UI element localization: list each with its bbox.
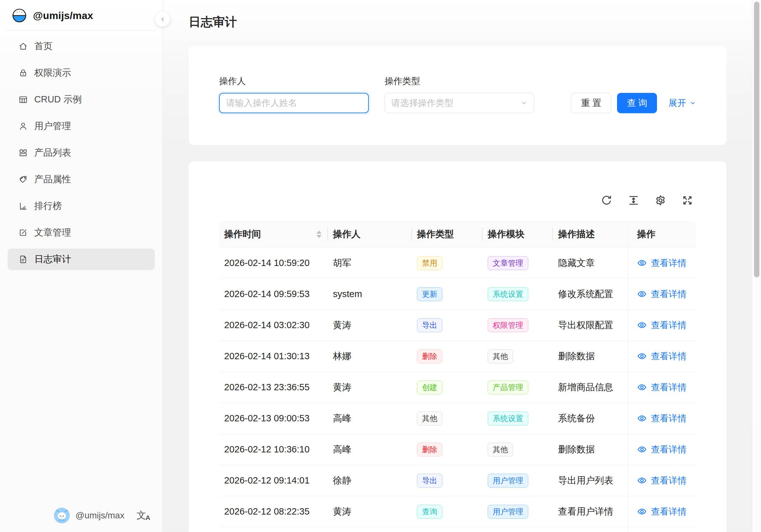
module-tag: 其他: [488, 349, 513, 363]
view-detail-link[interactable]: 查看详情: [637, 319, 686, 331]
sidebar-item-label: 产品属性: [34, 173, 71, 186]
column-header-type: 操作类型: [412, 221, 483, 247]
view-detail-link[interactable]: 查看详情: [637, 506, 686, 518]
operation-type-select[interactable]: 请选择操作类型: [384, 93, 534, 113]
scrollbar-track: [752, 0, 761, 532]
eye-icon: [637, 506, 647, 516]
chevron-down-icon: [521, 99, 528, 106]
sidebar-item-user-management[interactable]: 用户管理: [8, 115, 155, 137]
sidebar-item-log-audit[interactable]: 日志审计: [8, 249, 155, 270]
operation-type-tag: 查询: [417, 505, 442, 519]
operation-type-tag: 更新: [417, 287, 442, 301]
product-icon: [18, 148, 28, 157]
cell-user: 高峰: [328, 434, 412, 465]
view-detail-link[interactable]: 查看详情: [637, 443, 686, 455]
view-detail-link[interactable]: 查看详情: [637, 288, 686, 300]
density-button[interactable]: [627, 194, 640, 207]
cell-user: 胡军: [328, 248, 412, 278]
sidebar-item-product-attrs[interactable]: 产品属性: [8, 169, 155, 190]
eye-icon: [637, 258, 647, 268]
language-switch-button[interactable]: 文A: [137, 510, 150, 521]
module-tag: 系统设置: [488, 287, 528, 301]
column-header-desc: 操作描述: [553, 221, 628, 247]
column-sorter[interactable]: [317, 230, 322, 238]
sidebar-item-label: 产品列表: [34, 147, 71, 159]
operator-label: 操作人: [219, 75, 369, 87]
reset-button[interactable]: 重 置: [571, 93, 611, 113]
module-tag: 产品管理: [488, 381, 528, 394]
operator-input[interactable]: [219, 93, 369, 113]
home-icon: [18, 41, 28, 51]
sidebar-item-crud-example[interactable]: CRUD 示例: [8, 89, 155, 110]
cell-desc: 系统备份: [553, 403, 628, 434]
main-content: 日志审计 操作人 操作类型 请选择操作类型 重 置 查 询: [163, 0, 761, 532]
table-body: 2026-02-14 10:59:20 胡军 禁用 文章管理 隐藏文章 查看详情…: [219, 248, 696, 532]
table-header-row: 操作时间 操作人 操作类型 操作模块 操作描述 操作: [219, 221, 696, 248]
sidebar-item-product-list[interactable]: 产品列表: [8, 142, 155, 164]
sidebar-item-label: 排行榜: [34, 200, 62, 212]
sidebar-footer: @umijs/max 文A: [8, 505, 155, 526]
cell-time: 2026-02-14 10:59:20: [219, 248, 328, 278]
filter-actions: 重 置 查 询 展开: [571, 93, 696, 113]
sidebar-item-permission-demo[interactable]: 权限演示: [8, 62, 155, 84]
view-detail-link[interactable]: 查看详情: [637, 382, 686, 393]
column-header-user: 操作人: [328, 221, 412, 247]
eye-icon: [637, 289, 647, 299]
sort-caret-up-icon: [317, 230, 322, 234]
operation-type-tag: 创建: [417, 381, 442, 394]
cell-desc: 隐藏文章: [553, 248, 628, 278]
module-tag: 用户管理: [488, 474, 528, 488]
settings-button[interactable]: [655, 194, 667, 207]
file-text-icon: [18, 255, 28, 264]
operation-type-tag: 删除: [417, 443, 442, 456]
operator-field: 操作人: [219, 75, 369, 113]
cell-time: 2026-02-13 23:36:55: [219, 372, 328, 403]
edit-icon: [18, 228, 28, 237]
sidebar: @umijs/max 首页 权限演示 CRUD 示例 用户管理: [0, 0, 163, 532]
page-title: 日志审计: [189, 14, 727, 30]
sidebar-item-ranking[interactable]: 排行榜: [8, 195, 155, 217]
operation-type-field: 操作类型 请选择操作类型: [384, 75, 534, 113]
cell-desc: 导出用户列表: [553, 465, 628, 496]
operation-type-tag: 导出: [417, 318, 442, 332]
filter-card: 操作人 操作类型 请选择操作类型 重 置 查 询 展开: [189, 46, 727, 145]
sidebar-item-label: 权限演示: [34, 67, 71, 79]
operation-type-tag: 导出: [417, 474, 442, 488]
eye-icon: [637, 351, 647, 361]
brand-title: @umijs/max: [33, 10, 93, 22]
table-row: 2026-02-13 09:00:53 高峰 其他 系统设置 系统备份 查看详情: [219, 403, 696, 434]
log-table: 操作时间 操作人 操作类型 操作模块 操作描述 操作 2026-02-14 10…: [219, 221, 696, 532]
sidebar-item-home[interactable]: 首页: [8, 35, 155, 57]
table-row: 2026-02-14 01:30:13 林娜 删除 其他 删除数据 查看详情: [219, 341, 696, 372]
fullscreen-button[interactable]: [681, 194, 693, 207]
reload-button[interactable]: [601, 194, 613, 207]
sidebar-collapse-button[interactable]: [155, 12, 170, 27]
column-height-icon: [627, 194, 640, 207]
cell-desc: 新增商品信息: [553, 372, 628, 403]
column-header-time[interactable]: 操作时间: [219, 221, 328, 247]
bar-chart-icon: [18, 201, 28, 211]
cell-desc: 导出权限配置: [553, 310, 628, 340]
table-row: 2026-02-13 23:36:55 黄涛 创建 产品管理 新增商品信息 查看…: [219, 372, 696, 403]
query-button[interactable]: 查 询: [617, 93, 657, 113]
sidebar-item-article-management[interactable]: 文章管理: [8, 222, 155, 244]
user-avatar: [54, 507, 70, 523]
reload-icon: [601, 194, 613, 207]
cell-user: 林娜: [328, 341, 412, 372]
cell-time: 2026-02-13 09:00:53: [219, 403, 328, 434]
table-row: 2026-02-12 09:14:01 徐静 导出 用户管理 导出用户列表 查看…: [219, 465, 696, 496]
view-detail-link[interactable]: 查看详情: [637, 412, 686, 425]
expand-toggle[interactable]: 展开: [669, 97, 696, 109]
module-tag: 其他: [488, 443, 513, 456]
cell-time: 2026-02-12 09:14:01: [219, 465, 328, 496]
cell-desc: 删除数据: [553, 434, 628, 465]
module-tag: 文章管理: [488, 256, 528, 270]
operation-type-label: 操作类型: [384, 75, 534, 87]
log-table-card: 操作时间 操作人 操作类型 操作模块 操作描述 操作 2026-02-14 10…: [189, 161, 727, 532]
view-detail-link[interactable]: 查看详情: [637, 475, 686, 487]
sidebar-item-label: CRUD 示例: [34, 93, 82, 106]
view-detail-link[interactable]: 查看详情: [637, 350, 686, 362]
view-detail-link[interactable]: 查看详情: [637, 257, 686, 269]
scrollbar-thumb[interactable]: [754, 2, 759, 277]
table-toolbar: [219, 161, 696, 221]
